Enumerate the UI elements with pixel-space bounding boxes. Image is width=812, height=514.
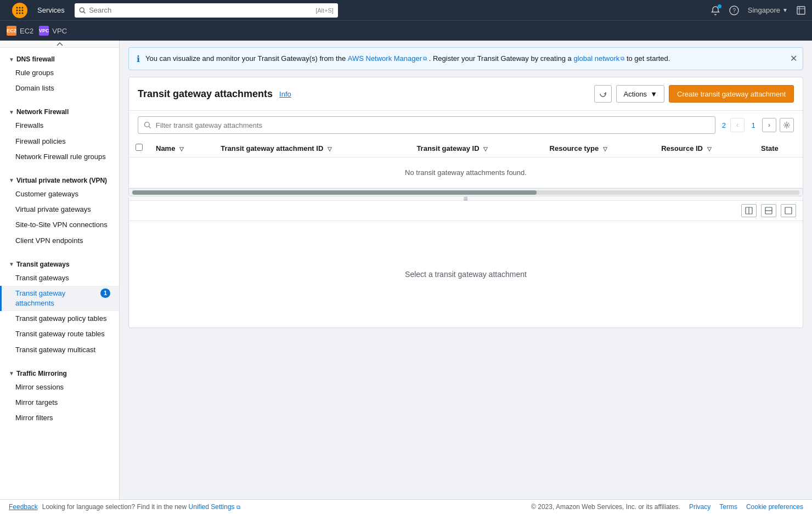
filter-bar[interactable]: [138, 116, 715, 134]
transit-gateways-label: Transit gateways: [15, 273, 69, 283]
col-attachment-id[interactable]: Transit gateway attachment ID ▽: [214, 139, 410, 157]
select-all-checkbox-th[interactable]: [129, 139, 149, 157]
sidebar-item-mirror-targets[interactable]: Mirror targets: [0, 395, 119, 410]
refresh-button[interactable]: [594, 85, 612, 103]
col-resource-id[interactable]: Resource ID ▽: [655, 139, 754, 157]
col-name[interactable]: Name ▽: [149, 139, 214, 157]
aws-network-manager-link[interactable]: AWS Network Manager ⧉: [348, 53, 427, 64]
table-section: Transit gateway attachments Info Actions…: [128, 77, 803, 196]
sidebar-item-firewall-policies[interactable]: Firewall policies: [0, 134, 119, 149]
unified-settings-link[interactable]: Unified Settings ⧉: [189, 503, 240, 511]
dns-firewall-title: DNS firewall: [16, 55, 55, 63]
sidebar-item-transit-gateway-attachments[interactable]: Transit gateway attachments 1: [0, 286, 119, 311]
global-network-link[interactable]: global network ⧉: [573, 53, 624, 64]
split-view-icon: [745, 207, 753, 214]
sidebar-item-mirror-filters[interactable]: Mirror filters: [0, 410, 119, 426]
region-selector[interactable]: Singapore ▼: [748, 6, 788, 14]
table-title: Transit gateway attachments: [138, 88, 273, 100]
sidebar-item-nf-rule-groups[interactable]: Network Firewall rule groups: [0, 149, 119, 165]
detail-view-btn-3[interactable]: [781, 204, 796, 217]
table-info-link[interactable]: Info: [279, 90, 291, 98]
detail-panel-toolbar: [129, 201, 803, 221]
search-bar[interactable]: [Alt+S]: [75, 3, 338, 18]
col-state[interactable]: State: [754, 139, 803, 157]
footer: Feedback Looking for language selection?…: [0, 499, 812, 514]
data-table: Name ▽ Transit gateway attachment ID ▽ T…: [129, 139, 803, 188]
table-header-row: Name ▽ Transit gateway attachment ID ▽ T…: [129, 139, 803, 157]
resize-handle[interactable]: ≡: [129, 196, 803, 201]
help-button[interactable]: ?: [729, 5, 739, 15]
network-firewall-arrow-icon: ▼: [9, 109, 14, 115]
terms-link[interactable]: Terms: [719, 503, 737, 511]
sidebar-item-firewalls[interactable]: Firewalls: [0, 118, 119, 133]
scroll-track: [132, 190, 799, 195]
sidebar-section-title-traffic-mirroring[interactable]: ▼ Traffic Mirroring: [0, 366, 119, 380]
create-attachment-button[interactable]: Create transit gateway attachment: [669, 85, 794, 103]
sidebar-item-transit-gateway-multicast[interactable]: Transit gateway multicast: [0, 342, 119, 358]
horizontal-scrollbar[interactable]: [129, 188, 803, 196]
sidebar-item-mirror-sessions[interactable]: Mirror sessions: [0, 380, 119, 395]
sidebar-section-title-dns-firewall[interactable]: ▼ DNS firewall: [0, 52, 119, 65]
sidebar-section-dns-firewall: ▼ DNS firewall Rule groups Domain lists: [0, 48, 119, 100]
sidebar-item-site-to-site-vpn[interactable]: Site-to-Site VPN connections: [0, 217, 119, 233]
pagination-current: 1: [748, 121, 759, 129]
services-button[interactable]: Services: [33, 4, 69, 16]
page-settings-button[interactable]: [780, 118, 794, 132]
svg-point-4: [16, 9, 18, 11]
sidebar-section-title-vpn[interactable]: ▼ Virtual private network (VPN): [0, 173, 119, 187]
sidebar-item-transit-gateways[interactable]: Transit gateways: [0, 270, 119, 286]
cookie-preferences-link[interactable]: Cookie preferences: [746, 503, 803, 511]
detail-view-btn-1[interactable]: [741, 204, 757, 217]
footer-text-content: Looking for language selection? Find it …: [42, 503, 189, 511]
sidebar-item-virtual-private-gateways[interactable]: Virtual private gateways: [0, 202, 119, 217]
feedback-link[interactable]: Feedback: [9, 503, 38, 511]
firewall-policies-label: Firewall policies: [15, 137, 66, 146]
detail-view-btn-2[interactable]: [761, 204, 776, 217]
privacy-link[interactable]: Privacy: [689, 503, 710, 511]
sidebar-item-rule-groups[interactable]: Rule groups: [0, 65, 119, 81]
sidebar: ▼ DNS firewall Rule groups Domain lists …: [0, 41, 120, 499]
table-tbody: No transit gateway attachments found.: [129, 157, 803, 188]
actions-chevron-icon: ▼: [650, 90, 657, 98]
notification-bell-button[interactable]: [710, 5, 720, 15]
svg-point-7: [16, 12, 18, 14]
select-all-checkbox[interactable]: [136, 144, 143, 151]
account-menu-button[interactable]: [797, 6, 805, 15]
aws-apps-icon[interactable]: [12, 3, 27, 18]
external-link1-icon: ⧉: [423, 54, 427, 63]
sidebar-item-transit-gateway-route-tables[interactable]: Transit gateway route tables: [0, 326, 119, 342]
pagination-prev-button[interactable]: ‹: [730, 118, 745, 132]
vpc-breadcrumb[interactable]: VPC VPC: [39, 26, 67, 36]
svg-point-8: [19, 12, 21, 14]
svg-point-1: [16, 7, 18, 8]
banner-text: You can visualize and monitor your Trans…: [145, 53, 670, 64]
pagination-badge: 2: [722, 121, 726, 129]
detail-panel: ≡ Select a transit gateway attachment: [128, 196, 803, 328]
scroll-thumb[interactable]: [132, 190, 537, 195]
sidebar-item-customer-gateways[interactable]: Customer gateways: [0, 187, 119, 202]
resource-type-sort-icon: ▽: [603, 146, 607, 152]
col-gateway-id[interactable]: Transit gateway ID ▽: [410, 139, 543, 157]
ec2-breadcrumb[interactable]: EC2 EC2: [7, 26, 33, 36]
filter-input[interactable]: [156, 121, 709, 129]
banner-close-button[interactable]: ✕: [790, 53, 797, 64]
transit-gateway-route-tables-label: Transit gateway route tables: [15, 329, 105, 339]
sidebar-section-title-transit-gateways[interactable]: ▼ Transit gateways: [0, 257, 119, 270]
actions-button[interactable]: Actions ▼: [616, 85, 664, 103]
search-input[interactable]: [89, 6, 312, 14]
sidebar-section-transit-gateways: ▼ Transit gateways Transit gateways Tran…: [0, 253, 119, 362]
pagination-next-button[interactable]: ›: [762, 118, 776, 132]
sidebar-item-domain-lists[interactable]: Domain lists: [0, 81, 119, 96]
vpn-title: Virtual private network (VPN): [16, 177, 107, 184]
banner-text-middle: . Register your Transit Gateway by creat…: [429, 54, 574, 63]
sidebar-section-title-network-firewall[interactable]: ▼ Network Firewall: [0, 105, 119, 118]
network-firewall-title: Network Firewall: [16, 108, 69, 116]
sidebar-item-client-vpn[interactable]: Client VPN endpoints: [0, 233, 119, 248]
search-hint: [Alt+S]: [315, 7, 334, 14]
unified-settings-label: Unified Settings: [189, 503, 235, 511]
svg-point-17: [144, 122, 149, 127]
sidebar-scroll-up[interactable]: [0, 41, 119, 48]
sidebar-item-transit-gateway-policy-tables[interactable]: Transit gateway policy tables: [0, 311, 119, 326]
col-resource-type[interactable]: Resource type ▽: [543, 139, 655, 157]
svg-text:?: ?: [732, 8, 736, 14]
